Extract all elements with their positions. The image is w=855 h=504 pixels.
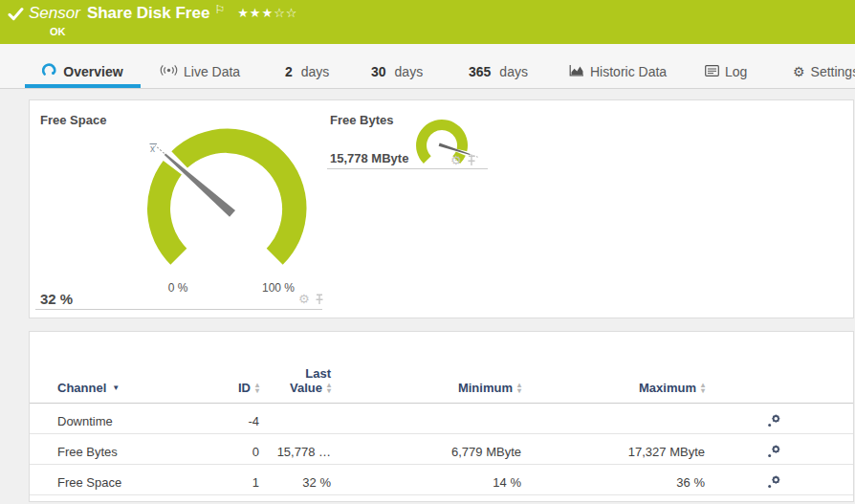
tab-overview[interactable]: Overview [25,63,141,79]
tab-30-days-number: 30 [371,64,386,79]
status-check-icon [8,7,24,26]
tab-365-days-number: 365 [469,64,491,79]
channel-last-value: 15,778 … [277,445,331,459]
sort-arrows-icon: ▴▾ [327,383,331,394]
sort-active-caret-icon: ▼ [112,383,120,392]
channel-settings-icon[interactable] [766,414,853,428]
channel-name: Free Bytes [57,445,118,459]
tab-settings-label: Settings [811,64,855,79]
table-row: Downtime -4 [30,404,853,434]
area-chart-icon [569,64,584,79]
gauges-panel: Free Space x 0 % 100 % 32 % ⚙ Free Bytes… [29,99,854,318]
priority-flag-icon[interactable]: ⚐ [214,3,225,16]
tile-divider [35,309,322,310]
active-tab-underline [25,84,141,88]
channel-last-value: 32 % [302,475,331,490]
tab-live-data-label: Live Data [184,64,240,79]
channel-settings-icon[interactable] [766,445,853,459]
sensor-title: Share Disk Free [87,4,210,23]
tab-overview-label: Overview [63,64,122,79]
free-space-value: 32 % [40,291,73,307]
tab-2-days-label: days [301,64,330,79]
stars-empty[interactable]: ☆☆ [274,6,297,20]
channel-id: 1 [252,475,259,490]
channel-maximum: 36 % [676,475,705,490]
column-header-minimum[interactable]: Minimum▴▾ [458,381,521,395]
object-type-label: Sensor [29,4,80,23]
free-space-tile-title: Free Space [40,113,106,127]
channel-minimum: 14 % [493,475,521,490]
tab-settings[interactable]: ⚙ Settings [793,64,855,79]
sort-arrows-icon: ▴▾ [701,383,705,394]
tab-log-label: Log [725,64,747,79]
free-bytes-tile-title: Free Bytes [330,113,393,127]
pin-icon[interactable] [315,294,324,305]
tab-2-days[interactable]: 2 days [285,64,329,79]
column-header-id[interactable]: ID▴▾ [238,381,259,395]
sort-arrows-icon: ▴▾ [255,383,259,394]
channel-id: -4 [248,414,259,428]
tab-30-days-label: days [395,64,424,79]
column-header-last-value[interactable]: Last Value▴▾ [290,366,331,395]
tab-historic-data-label: Historic Data [590,64,667,79]
pin-icon[interactable] [467,155,476,166]
sort-arrows-icon: ▴▾ [517,383,521,394]
tab-log[interactable]: Log [705,64,747,79]
column-header-channel[interactable]: Channel ▼ [57,381,120,395]
tab-bar: Overview Live Data 2 days 30 days 365 da… [0,44,855,89]
gear-icon: ⚙ [793,65,805,78]
tile-divider [327,168,488,169]
channels-panel: Channel ▼ ID▴▾ Last Value▴▾ Minimum▴▾ Ma… [29,331,854,502]
tile-gear-icon[interactable]: ⚙ [450,154,462,166]
tab-live-data[interactable]: Live Data [160,64,240,79]
table-row: Free Space 1 32 % 14 % 36 % [30,465,853,495]
table-row: Free Bytes 0 15,778 … 6,779 MByte 17,327… [30,434,853,465]
tab-365-days-label: days [499,64,528,79]
tab-2-days-number: 2 [285,64,293,79]
tile-gear-icon[interactable]: ⚙ [298,293,310,305]
mean-marker-label: x [150,143,155,154]
column-header-maximum[interactable]: Maximum▴▾ [639,381,705,395]
free-space-gauge: x [131,108,322,299]
gauge-arc-segment [171,128,306,264]
tab-365-days[interactable]: 365 days [469,64,528,79]
gauge-arc-segment [147,161,186,265]
channel-settings-icon[interactable] [766,475,853,490]
sensor-status-badge: OK [50,26,66,37]
channel-table-header: Channel ▼ ID▴▾ Last Value▴▾ Minimum▴▾ Ma… [30,332,853,404]
priority-stars[interactable]: ★★★☆☆ [237,6,297,20]
log-list-icon [705,64,719,79]
stars-filled[interactable]: ★★★ [237,6,274,20]
channel-name: Free Space [57,475,121,490]
gauge-icon [42,63,57,79]
sensor-status-header: Sensor Share Disk Free ⚐ ★★★☆☆ OK [0,0,855,44]
tab-30-days[interactable]: 30 days [371,64,423,79]
channel-maximum: 17,327 MByte [628,445,705,459]
channel-name: Downtime [57,414,113,428]
live-broadcast-icon [160,64,178,79]
tab-historic-data[interactable]: Historic Data [569,64,667,79]
channel-minimum: 6,779 MByte [451,445,521,459]
free-bytes-value: 15,778 MByte [330,151,408,165]
channel-id: 0 [252,445,259,459]
gauge-scale-min: 0 % [149,281,207,295]
